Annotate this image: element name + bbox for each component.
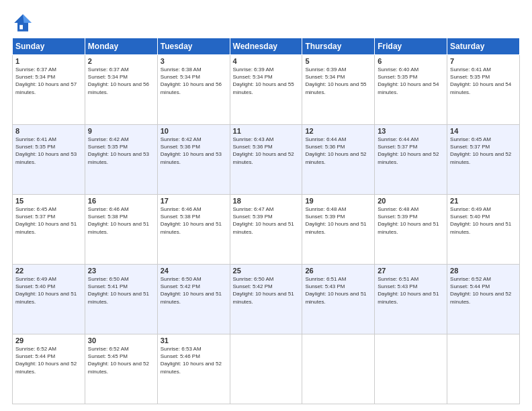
day-info: Sunrise: 6:50 AMSunset: 5:42 PMDaylight:… xyxy=(161,275,227,306)
day-info: Sunrise: 6:46 AMSunset: 5:38 PMDaylight:… xyxy=(88,205,154,236)
weekday-header-row: SundayMondayTuesdayWednesdayThursdayFrid… xyxy=(13,38,520,55)
calendar-week-row: 1 Sunrise: 6:37 AMSunset: 5:34 PMDayligh… xyxy=(13,55,520,125)
weekday-friday: Friday xyxy=(375,38,447,55)
calendar-week-row: 29 Sunrise: 6:52 AMSunset: 5:44 PMDaylig… xyxy=(13,334,520,404)
day-number: 18 xyxy=(233,197,300,205)
day-info: Sunrise: 6:48 AMSunset: 5:39 PMDaylight:… xyxy=(305,205,371,236)
day-number: 20 xyxy=(378,197,444,205)
svg-marker-1 xyxy=(23,14,32,23)
calendar-day-28: 28 Sunrise: 6:52 AMSunset: 5:44 PMDaylig… xyxy=(447,265,520,334)
calendar-day-5: 5 Sunrise: 6:39 AMSunset: 5:34 PMDayligh… xyxy=(302,55,375,125)
day-number: 28 xyxy=(450,267,517,275)
calendar-week-row: 8 Sunrise: 6:41 AMSunset: 5:35 PMDayligh… xyxy=(13,125,520,195)
day-info: Sunrise: 6:52 AMSunset: 5:44 PMDaylight:… xyxy=(15,345,82,375)
calendar-day-9: 9 Sunrise: 6:42 AMSunset: 5:35 PMDayligh… xyxy=(85,125,157,195)
day-info: Sunrise: 6:37 AMSunset: 5:34 PMDaylight:… xyxy=(88,66,154,96)
calendar-day-21: 21 Sunrise: 6:49 AMSunset: 5:40 PMDaylig… xyxy=(447,195,520,265)
calendar-day-24: 24 Sunrise: 6:50 AMSunset: 5:42 PMDaylig… xyxy=(157,265,230,334)
calendar-day-11: 11 Sunrise: 6:43 AMSunset: 5:36 PMDaylig… xyxy=(230,125,302,195)
calendar-day-17: 17 Sunrise: 6:46 AMSunset: 5:38 PMDaylig… xyxy=(157,195,230,265)
day-number: 3 xyxy=(161,57,227,65)
day-number: 4 xyxy=(233,57,300,65)
day-number: 23 xyxy=(88,267,154,275)
day-info: Sunrise: 6:49 AMSunset: 5:40 PMDaylight:… xyxy=(450,205,517,236)
day-number: 24 xyxy=(161,267,227,275)
day-info: Sunrise: 6:50 AMSunset: 5:42 PMDaylight:… xyxy=(233,275,300,306)
weekday-tuesday: Tuesday xyxy=(157,38,230,55)
calendar-day-25: 25 Sunrise: 6:50 AMSunset: 5:42 PMDaylig… xyxy=(230,265,302,334)
day-info: Sunrise: 6:43 AMSunset: 5:36 PMDaylight:… xyxy=(233,136,300,166)
weekday-thursday: Thursday xyxy=(302,38,375,55)
day-number: 11 xyxy=(233,127,300,135)
calendar-day-26: 26 Sunrise: 6:51 AMSunset: 5:43 PMDaylig… xyxy=(302,265,375,334)
day-number: 22 xyxy=(15,267,82,275)
calendar-week-row: 22 Sunrise: 6:49 AMSunset: 5:40 PMDaylig… xyxy=(13,265,520,334)
calendar-day-18: 18 Sunrise: 6:47 AMSunset: 5:39 PMDaylig… xyxy=(230,195,302,265)
day-number: 16 xyxy=(88,197,154,205)
weekday-sunday: Sunday xyxy=(13,38,85,55)
day-info: Sunrise: 6:53 AMSunset: 5:46 PMDaylight:… xyxy=(161,345,227,375)
calendar-day-13: 13 Sunrise: 6:44 AMSunset: 5:37 PMDaylig… xyxy=(375,125,447,195)
calendar-week-row: 15 Sunrise: 6:45 AMSunset: 5:37 PMDaylig… xyxy=(13,195,520,265)
svg-rect-2 xyxy=(19,25,23,29)
day-number: 26 xyxy=(305,267,371,275)
calendar-day-7: 7 Sunrise: 6:41 AMSunset: 5:35 PMDayligh… xyxy=(447,55,520,125)
day-info: Sunrise: 6:50 AMSunset: 5:41 PMDaylight:… xyxy=(88,275,154,306)
day-number: 25 xyxy=(233,267,300,275)
day-info: Sunrise: 6:37 AMSunset: 5:34 PMDaylight:… xyxy=(15,66,82,96)
calendar-day-15: 15 Sunrise: 6:45 AMSunset: 5:37 PMDaylig… xyxy=(13,195,85,265)
day-info: Sunrise: 6:38 AMSunset: 5:34 PMDaylight:… xyxy=(161,66,227,96)
empty-cell xyxy=(447,334,520,404)
day-number: 15 xyxy=(15,197,82,205)
day-number: 12 xyxy=(305,127,371,135)
weekday-saturday: Saturday xyxy=(447,38,520,55)
page: SundayMondayTuesdayWednesdayThursdayFrid… xyxy=(0,0,532,411)
day-number: 9 xyxy=(88,127,154,135)
day-info: Sunrise: 6:52 AMSunset: 5:45 PMDaylight:… xyxy=(88,345,154,375)
weekday-wednesday: Wednesday xyxy=(230,38,302,55)
day-info: Sunrise: 6:45 AMSunset: 5:37 PMDaylight:… xyxy=(450,136,517,166)
calendar-day-30: 30 Sunrise: 6:52 AMSunset: 5:45 PMDaylig… xyxy=(85,334,157,404)
calendar-day-12: 12 Sunrise: 6:44 AMSunset: 5:36 PMDaylig… xyxy=(302,125,375,195)
calendar-day-2: 2 Sunrise: 6:37 AMSunset: 5:34 PMDayligh… xyxy=(85,55,157,125)
day-info: Sunrise: 6:44 AMSunset: 5:36 PMDaylight:… xyxy=(305,136,371,166)
day-info: Sunrise: 6:51 AMSunset: 5:43 PMDaylight:… xyxy=(305,275,371,306)
calendar-day-31: 31 Sunrise: 6:53 AMSunset: 5:46 PMDaylig… xyxy=(157,334,230,404)
header xyxy=(12,12,520,34)
day-info: Sunrise: 6:41 AMSunset: 5:35 PMDaylight:… xyxy=(15,136,82,166)
day-info: Sunrise: 6:48 AMSunset: 5:39 PMDaylight:… xyxy=(378,205,444,236)
day-info: Sunrise: 6:46 AMSunset: 5:38 PMDaylight:… xyxy=(161,205,227,236)
day-info: Sunrise: 6:39 AMSunset: 5:34 PMDaylight:… xyxy=(233,66,300,96)
calendar-day-4: 4 Sunrise: 6:39 AMSunset: 5:34 PMDayligh… xyxy=(230,55,302,125)
calendar-day-8: 8 Sunrise: 6:41 AMSunset: 5:35 PMDayligh… xyxy=(13,125,85,195)
day-info: Sunrise: 6:51 AMSunset: 5:43 PMDaylight:… xyxy=(378,275,444,306)
calendar-day-23: 23 Sunrise: 6:50 AMSunset: 5:41 PMDaylig… xyxy=(85,265,157,334)
calendar-day-10: 10 Sunrise: 6:42 AMSunset: 5:36 PMDaylig… xyxy=(157,125,230,195)
empty-cell xyxy=(302,334,375,404)
calendar-day-1: 1 Sunrise: 6:37 AMSunset: 5:34 PMDayligh… xyxy=(13,55,85,125)
day-info: Sunrise: 6:42 AMSunset: 5:35 PMDaylight:… xyxy=(88,136,154,166)
empty-cell xyxy=(375,334,447,404)
day-info: Sunrise: 6:41 AMSunset: 5:35 PMDaylight:… xyxy=(450,66,517,96)
day-number: 30 xyxy=(88,336,154,345)
calendar-day-19: 19 Sunrise: 6:48 AMSunset: 5:39 PMDaylig… xyxy=(302,195,375,265)
calendar-day-14: 14 Sunrise: 6:45 AMSunset: 5:37 PMDaylig… xyxy=(447,125,520,195)
day-number: 31 xyxy=(161,336,227,345)
day-number: 14 xyxy=(450,127,517,135)
day-number: 27 xyxy=(378,267,444,275)
calendar-day-27: 27 Sunrise: 6:51 AMSunset: 5:43 PMDaylig… xyxy=(375,265,447,334)
day-number: 1 xyxy=(15,57,82,65)
day-number: 21 xyxy=(450,197,517,205)
day-info: Sunrise: 6:45 AMSunset: 5:37 PMDaylight:… xyxy=(15,205,82,236)
calendar-table: SundayMondayTuesdayWednesdayThursdayFrid… xyxy=(12,38,520,404)
day-number: 29 xyxy=(15,336,82,345)
day-number: 7 xyxy=(450,57,517,65)
day-number: 10 xyxy=(161,127,227,135)
empty-cell xyxy=(230,334,302,404)
day-info: Sunrise: 6:49 AMSunset: 5:40 PMDaylight:… xyxy=(15,275,82,306)
calendar-day-16: 16 Sunrise: 6:46 AMSunset: 5:38 PMDaylig… xyxy=(85,195,157,265)
calendar-day-20: 20 Sunrise: 6:48 AMSunset: 5:39 PMDaylig… xyxy=(375,195,447,265)
weekday-monday: Monday xyxy=(85,38,157,55)
day-number: 13 xyxy=(378,127,444,135)
calendar-day-3: 3 Sunrise: 6:38 AMSunset: 5:34 PMDayligh… xyxy=(157,55,230,125)
